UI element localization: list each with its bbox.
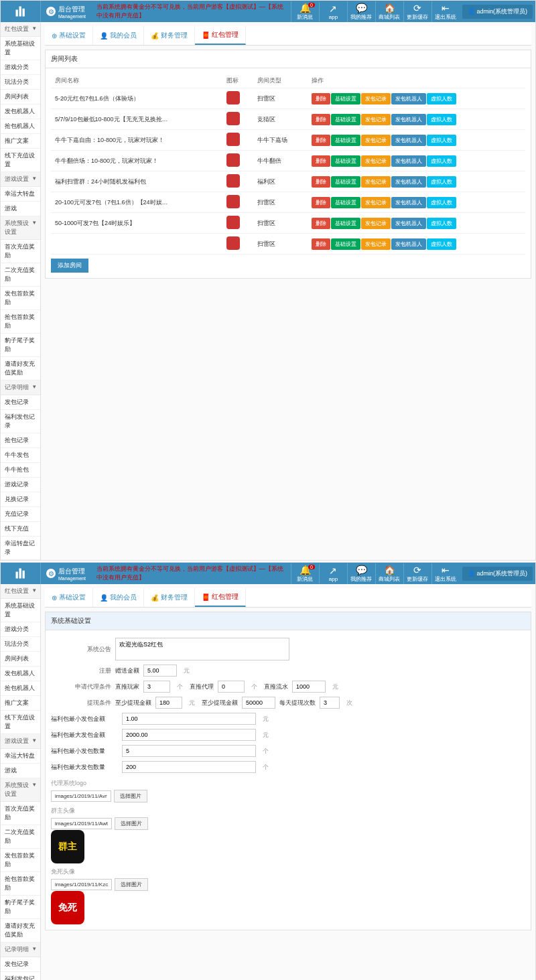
op-button[interactable]: 删除	[312, 218, 330, 229]
op-button[interactable]: 删除	[312, 93, 330, 104]
op-button[interactable]: 发包记录	[361, 155, 391, 167]
op-button[interactable]: 删除	[312, 197, 330, 208]
admin-badge[interactable]: 👤 admin(系统管理员)	[462, 567, 533, 581]
op-button[interactable]: 发包机器人	[391, 238, 426, 250]
sidebar-item[interactable]: 系统基础设置	[1, 37, 40, 60]
sidebar-item[interactable]: 游戏分类	[1, 60, 40, 75]
direct-agent-input[interactable]	[218, 681, 245, 693]
sidebar-item[interactable]: 游戏记录	[1, 478, 40, 492]
sidebar-item[interactable]: 牛牛抢包	[1, 463, 40, 478]
sidebar-group[interactable]: 记录明细▾	[1, 942, 40, 957]
sidebar-group[interactable]: 系统预设设置▾	[1, 216, 40, 240]
op-button[interactable]: 虚拟人数	[427, 176, 456, 188]
fuli-max-amt-input[interactable]	[122, 729, 256, 741]
op-button[interactable]: 发包记录	[361, 176, 391, 188]
tab-0[interactable]: ⊕ 基础设置	[45, 26, 93, 45]
sidebar-item[interactable]: 线下充值	[1, 522, 40, 537]
select-image-button[interactable]: 选择图片	[114, 790, 147, 802]
op-button[interactable]: 删除	[312, 135, 330, 146]
sidebar-item[interactable]: 福利发包记录	[1, 972, 40, 980]
op-button[interactable]: 虚拟人数	[427, 218, 456, 229]
direct-player-input[interactable]	[143, 681, 170, 693]
op-button[interactable]: 虚拟人数	[427, 155, 456, 167]
home-icon[interactable]: 🏠商城列表	[375, 563, 403, 584]
sidebar-item[interactable]: 发包记录	[1, 395, 40, 410]
op-button[interactable]: 发包记录	[361, 218, 391, 229]
sidebar-group[interactable]: 红包设置▾	[1, 584, 40, 599]
sidebar-item[interactable]: 邀请好友充值奖励	[1, 919, 40, 942]
sidebar-item[interactable]: 玩法分类	[1, 637, 40, 652]
withdraw-min-input[interactable]	[155, 697, 182, 709]
sidebar-group[interactable]: 红包设置▾	[1, 22, 40, 37]
fuli-max-qty-input[interactable]	[122, 761, 256, 773]
op-button[interactable]: 基础设置	[331, 135, 360, 146]
sidebar-item[interactable]: 抢包机器人	[1, 119, 40, 134]
refresh-icon[interactable]: ⟳更新缓存	[403, 563, 431, 584]
sidebar-item[interactable]: 游戏	[1, 764, 40, 778]
op-button[interactable]: 删除	[312, 238, 330, 250]
share-icon[interactable]: ↗app	[319, 564, 347, 583]
sidebar-item[interactable]: 推广文案	[1, 134, 40, 149]
op-button[interactable]: 发包机器人	[391, 155, 426, 167]
op-button[interactable]: 发包记录	[361, 93, 391, 104]
tab-2[interactable]: 💰 财务管理	[144, 26, 195, 45]
sidebar-item[interactable]: 首次充值奖励	[1, 802, 40, 825]
op-button[interactable]: 删除	[312, 155, 330, 167]
chat-icon[interactable]: 💬我的推荐	[347, 563, 375, 584]
op-button[interactable]: 发包机器人	[391, 93, 426, 104]
direct-flow-input[interactable]	[292, 681, 326, 693]
op-button[interactable]: 基础设置	[331, 176, 360, 188]
sidebar-item[interactable]: 线下充值设置	[1, 711, 40, 734]
sidebar-item[interactable]: 推广文案	[1, 696, 40, 711]
op-button[interactable]: 发包机器人	[391, 176, 426, 188]
sidebar-item[interactable]: 系统基础设置	[1, 599, 40, 622]
bell-icon[interactable]: 🔔新消息0	[291, 563, 319, 584]
sidebar-group[interactable]: 系统预设设置▾	[1, 778, 40, 802]
sidebar-item[interactable]: 房间列表	[1, 652, 40, 667]
op-button[interactable]: 虚拟人数	[427, 135, 456, 146]
withdraw-atleast-input[interactable]	[242, 697, 275, 709]
sidebar-item[interactable]: 豹子尾子奖励	[1, 896, 40, 919]
sidebar-item[interactable]: 房间列表	[1, 90, 40, 104]
op-button[interactable]: 发包记录	[361, 114, 391, 125]
sidebar-item[interactable]: 发包机器人	[1, 667, 40, 681]
bell-icon[interactable]: 🔔新消息0	[291, 1, 319, 22]
op-button[interactable]: 发包机器人	[391, 135, 426, 146]
sidebar-item[interactable]: 抢包首款奖励	[1, 310, 40, 334]
announce-input[interactable]: 欢迎光临S2红包	[115, 638, 289, 660]
fuli-min-amt-input[interactable]	[122, 713, 256, 725]
exit-icon[interactable]: ⇤退出系统	[431, 1, 460, 22]
sidebar-group[interactable]: 游戏设置▾	[1, 734, 40, 749]
withdraw-times-input[interactable]	[320, 697, 340, 709]
op-button[interactable]: 基础设置	[331, 155, 360, 167]
tab-1[interactable]: 👤 我的会员	[93, 588, 144, 607]
sidebar-item[interactable]: 充值记录	[1, 507, 40, 522]
op-button[interactable]: 删除	[312, 114, 330, 125]
sidebar-item[interactable]: 邀请好友充值奖励	[1, 357, 40, 380]
sidebar-item[interactable]: 抢包首款奖励	[1, 872, 40, 896]
sidebar-item[interactable]: 线下充值设置	[1, 149, 40, 172]
sidebar-item[interactable]: 游戏分类	[1, 622, 40, 637]
select-image-button[interactable]: 选择图片	[115, 878, 148, 891]
sidebar-item[interactable]: 牛牛发包	[1, 448, 40, 463]
share-icon[interactable]: ↗app	[319, 2, 347, 21]
sidebar-item[interactable]: 福利发包记录	[1, 410, 40, 433]
add-room-button[interactable]: 添加房间	[51, 259, 88, 273]
sidebar-item[interactable]: 抢包机器人	[1, 681, 40, 696]
sidebar-item[interactable]: 发包首款奖励	[1, 849, 40, 872]
exit-icon[interactable]: ⇤退出系统	[431, 563, 460, 584]
op-button[interactable]: 虚拟人数	[427, 93, 456, 104]
register-amount-input[interactable]	[143, 664, 177, 677]
sidebar-item[interactable]: 抢包记录	[1, 433, 40, 448]
op-button[interactable]: 删除	[312, 176, 330, 188]
sidebar-item[interactable]: 二次充值奖励	[1, 263, 40, 287]
op-button[interactable]: 基础设置	[331, 93, 360, 104]
op-button[interactable]: 虚拟人数	[427, 238, 456, 250]
sidebar-item[interactable]: 幸运大转盘	[1, 187, 40, 202]
fuli-min-qty-input[interactable]	[122, 745, 256, 757]
sidebar-item[interactable]: 兑换记录	[1, 492, 40, 507]
op-button[interactable]: 虚拟人数	[427, 114, 456, 125]
tab-1[interactable]: 👤 我的会员	[93, 26, 144, 45]
op-button[interactable]: 基础设置	[331, 218, 360, 229]
sidebar-item[interactable]: 玩法分类	[1, 75, 40, 90]
